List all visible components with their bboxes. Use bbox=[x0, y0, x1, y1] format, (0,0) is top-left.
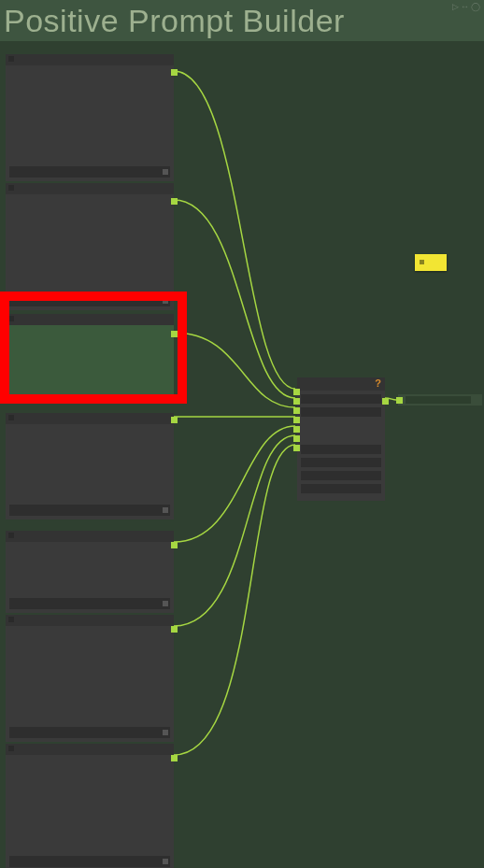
output-port[interactable] bbox=[171, 198, 178, 205]
node-header[interactable] bbox=[6, 413, 174, 424]
output-port[interactable] bbox=[382, 398, 389, 405]
resize-icon[interactable] bbox=[163, 859, 168, 864]
collapse-icon[interactable] bbox=[8, 316, 14, 321]
collapse-icon[interactable] bbox=[8, 617, 14, 622]
collapse-icon[interactable] bbox=[8, 415, 14, 420]
window-controls: ▷ ↔ ◯ bbox=[452, 2, 480, 11]
resize-icon[interactable] bbox=[163, 730, 168, 735]
output-port[interactable] bbox=[171, 542, 178, 548]
node-body[interactable] bbox=[6, 542, 174, 594]
input-port[interactable] bbox=[396, 397, 403, 404]
node-header[interactable] bbox=[6, 183, 174, 194]
help-badge[interactable]: ? bbox=[375, 377, 381, 389]
node-footer-bar bbox=[9, 505, 170, 516]
node-header[interactable] bbox=[6, 531, 174, 542]
node-header[interactable] bbox=[6, 615, 174, 626]
resize-icon[interactable] bbox=[163, 298, 168, 304]
output-port[interactable] bbox=[171, 69, 178, 76]
input-node-6[interactable] bbox=[6, 615, 174, 742]
param-row[interactable] bbox=[301, 445, 381, 454]
node-body[interactable] bbox=[6, 65, 174, 163]
collapse-icon[interactable] bbox=[8, 185, 14, 191]
resize-icon[interactable] bbox=[163, 601, 168, 606]
input-port[interactable] bbox=[293, 426, 300, 433]
input-node-5[interactable] bbox=[6, 531, 174, 613]
param-row[interactable] bbox=[301, 484, 381, 493]
collapse-icon[interactable] bbox=[8, 56, 14, 62]
node-footer-bar bbox=[9, 598, 170, 609]
collapse-icon[interactable] bbox=[8, 746, 14, 751]
node-footer-bar bbox=[9, 166, 170, 178]
param-row[interactable] bbox=[301, 471, 381, 480]
play-icon: ▷ bbox=[452, 2, 459, 11]
param-row[interactable] bbox=[301, 458, 381, 467]
resize-icon[interactable] bbox=[163, 169, 168, 175]
node-header[interactable] bbox=[6, 744, 174, 755]
node-body[interactable] bbox=[6, 424, 174, 501]
input-port[interactable] bbox=[293, 417, 300, 423]
node-footer-bar bbox=[9, 856, 170, 867]
node-body[interactable] bbox=[6, 626, 174, 723]
output-port[interactable] bbox=[171, 755, 178, 761]
node-footer-bar bbox=[9, 295, 170, 306]
input-node-1[interactable] bbox=[6, 54, 174, 181]
page-title: Positive Prompt Builder bbox=[4, 3, 345, 39]
input-port[interactable] bbox=[293, 398, 300, 405]
input-node-3[interactable] bbox=[6, 314, 174, 394]
input-port[interactable] bbox=[293, 435, 300, 442]
input-node-7[interactable] bbox=[6, 744, 174, 868]
collapse-icon[interactable] bbox=[8, 533, 14, 538]
resize-icon[interactable] bbox=[163, 507, 168, 513]
input-port[interactable] bbox=[293, 445, 300, 451]
node-body[interactable] bbox=[6, 194, 174, 292]
output-port[interactable] bbox=[171, 417, 178, 423]
input-node-4[interactable] bbox=[6, 413, 174, 519]
circle-icon: ◯ bbox=[471, 2, 480, 11]
node-body[interactable] bbox=[297, 391, 385, 501]
node-header[interactable]: ? bbox=[297, 377, 385, 391]
node-body[interactable] bbox=[6, 325, 174, 394]
param-row[interactable] bbox=[301, 407, 381, 417]
output-node[interactable] bbox=[398, 394, 482, 406]
collector-node[interactable]: ? bbox=[297, 377, 385, 501]
input-port[interactable] bbox=[293, 407, 300, 414]
arrow-icon: ↔ bbox=[461, 2, 469, 11]
sticky-anchor-icon bbox=[420, 260, 424, 264]
node-canvas[interactable]: ? bbox=[0, 41, 484, 868]
output-port[interactable] bbox=[171, 626, 178, 633]
output-port[interactable] bbox=[171, 331, 178, 337]
node-footer-bar bbox=[9, 727, 170, 738]
sticky-note[interactable] bbox=[415, 254, 447, 271]
node-header[interactable] bbox=[6, 54, 174, 65]
node-body[interactable] bbox=[6, 755, 174, 852]
node-header[interactable] bbox=[6, 314, 174, 325]
param-row[interactable] bbox=[301, 394, 381, 404]
title-bar: Positive Prompt Builder ▷ ↔ ◯ bbox=[0, 0, 484, 41]
input-node-2[interactable] bbox=[6, 183, 174, 310]
input-port[interactable] bbox=[293, 389, 300, 395]
output-value bbox=[406, 396, 471, 404]
